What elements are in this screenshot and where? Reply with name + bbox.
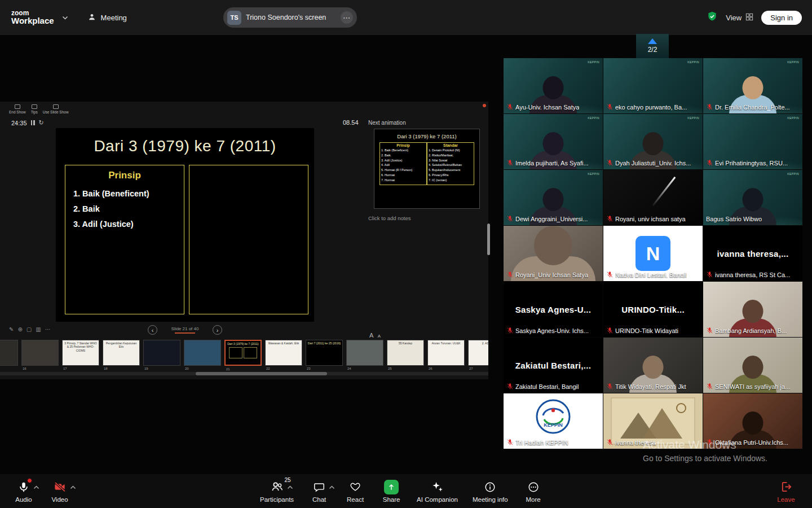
toolbar-video-button[interactable]: Video (42, 476, 78, 506)
toolbar-leave-button[interactable]: Leave (768, 476, 804, 506)
tips-icon (32, 104, 37, 109)
participant-tile[interactable]: KEPPINEvi Prihatiningtyas, RSU... (703, 114, 802, 169)
participant-tile[interactable]: Saskya Agnes-U...Saskya Agnes-Univ. Ichs… (504, 282, 603, 337)
tab-meeting[interactable]: Meeting (87, 12, 127, 23)
share-options-button[interactable]: ⋯ (341, 11, 353, 24)
grid-view-icon[interactable]: ▢ (27, 326, 32, 332)
participant-name: ivanna theresa, RS St Ca... (715, 271, 790, 278)
participant-tile[interactable]: ivanna theresa,...ivanna theresa, RS St … (703, 226, 802, 281)
slide-box-prinsip: Prinsip 1. Baik (Beneficent) 2. Baik 3. … (65, 165, 184, 314)
filmstrip-thumbnail[interactable]: 55 Kandep25 (387, 340, 424, 366)
toolbar-audio-button[interactable]: Audio (6, 476, 42, 506)
next-animation-label: Next animation (368, 120, 406, 126)
filmstrip-thumbnail[interactable]: Dari 7 (2011) ke 25 (2016)23 (306, 340, 343, 366)
toolbar-share-button[interactable]: Share (373, 476, 409, 506)
menu-caret[interactable] (287, 481, 293, 492)
pause-timer-icon[interactable] (31, 120, 35, 125)
black-screen-icon[interactable]: ▥ (36, 326, 41, 332)
toolbar-label: Chat (312, 496, 326, 503)
participant-tile[interactable]: SENIWATI as syafiiyah ja... (703, 338, 802, 393)
view-button[interactable]: View (726, 13, 753, 23)
next-slide-col2-header: Standar (429, 143, 473, 147)
meeting-info-icon (484, 481, 496, 493)
participant-name-badge: Dewi Anggraini_Universi... (506, 215, 588, 222)
ceiling-light (652, 177, 676, 206)
participant-name-badge: Nadya Dini Lestari, Bangil (606, 271, 687, 278)
participant-tile[interactable]: KEPPINDyah Juliastuti_Univ. Ichs... (603, 114, 703, 169)
filmstrip-thumbnail[interactable]: 3 Prinsip, 7 Standar WNO & 25 Pedoman WH… (62, 340, 99, 366)
participant-tile[interactable]: KEPPINDr. Emilia Chandra_Polte... (703, 58, 802, 113)
participant-name-badge: Titik Widayati, Respati Jkt (606, 383, 686, 390)
filmstrip-scrollbar[interactable] (0, 372, 488, 375)
toolbar-ai-button[interactable]: AI Companion (409, 476, 465, 506)
slide-number: 27 (469, 367, 473, 370)
filmstrip-thumbnail[interactable]: Pengambilan Keputusan Etis18 (103, 340, 140, 366)
filmstrip-thumbnail[interactable]: 20 (184, 340, 221, 366)
more-icon (527, 481, 540, 493)
previous-slide-button[interactable]: ‹ (148, 325, 157, 335)
filmstrip-thumbnail[interactable]: Aturan Turunan: UU&K26 (427, 340, 465, 366)
filmstrip-thumbnail[interactable]: Dari 3 (1979) ke 7 (2011)21 (224, 340, 262, 366)
window-scrollbar-thumb[interactable] (487, 224, 490, 255)
participant-tile[interactable]: KEPPINDewi Anggraini_Universi... (504, 170, 603, 225)
toolbar-label: Video (51, 496, 68, 503)
end-show-button[interactable]: End Show (9, 104, 26, 114)
participant-tile[interactable]: KEPPINeko cahyo purwanto, Ba... (603, 58, 703, 113)
participant-name-badge: SENIWATI as syafiiyah ja... (706, 383, 790, 390)
participant-tile[interactable]: NNadya Dini Lestari, Bangil (603, 226, 703, 281)
participant-name: Dyah Juliastuti_Univ. Ichs... (615, 160, 691, 167)
security-shield-icon[interactable] (707, 11, 718, 24)
pen-icon[interactable]: ✎ (9, 326, 14, 332)
more-options-icon[interactable]: ⋯ (45, 326, 51, 332)
filmstrip-thumbnail[interactable]: 15 (0, 340, 18, 366)
participant-tile[interactable]: Oktafiana Putri-Univ.Ichs... (703, 393, 802, 449)
font-smaller-button[interactable]: A (378, 334, 381, 339)
filmstrip-thumbnail[interactable]: 2. ADIL27 (468, 340, 488, 366)
participant-tile[interactable]: KEPPINBagus Satrio Wibwo (703, 170, 802, 225)
slide-filmstrip: 15163 Prinsip, 7 Standar WNO & 25 Pedoma… (0, 340, 488, 374)
participant-tile[interactable]: ivanna theresa (603, 393, 703, 449)
menu-caret[interactable] (329, 481, 335, 492)
notes-placeholder[interactable]: Click to add notes (368, 215, 411, 221)
participant-tile[interactable]: URINDO-Titik...URINDO-Titik Widayati (603, 282, 703, 337)
shared-screen-pill[interactable]: TS Triono Soendoro's screen ⋯ (223, 7, 357, 28)
restart-timer-icon[interactable]: ↻ (39, 119, 44, 126)
use-slide-show-button[interactable]: Use Slide Show (43, 104, 69, 114)
participant-tile[interactable]: Zakiatul Bestari,...Zakiatul Bestari, Ba… (504, 338, 603, 393)
annotation-tools: ✎ ⊕ ▢ ▥ ⋯ (9, 326, 51, 332)
menu-caret[interactable] (33, 481, 39, 492)
filmstrip-thumbnail[interactable]: 24 (346, 340, 383, 366)
next-slide-preview: Dari 3 (1979) ke 7 (2011) Prinsip 1. Bai… (374, 129, 480, 209)
participant-tile[interactable]: Royani, univ ichsan satya (603, 170, 703, 225)
filmstrip-thumbnail[interactable]: Wawasan & Kaidah; Etik22 (265, 340, 302, 366)
participant-tile[interactable]: KEPPINAyu-Univ. Ichsan Satya (504, 58, 603, 113)
thumbnail-title: 55 Kandep (387, 340, 423, 346)
participant-tile[interactable]: Titik Widayati, Respati Jkt (603, 338, 703, 393)
toolbar-chat-button[interactable]: Chat (301, 476, 337, 506)
participant-tile[interactable]: Royani_Univ Ichsan Satya (504, 226, 603, 281)
magnifier-icon[interactable]: ⊕ (17, 326, 22, 332)
participant-name: SENIWATI as syafiiyah ja... (715, 383, 790, 390)
filmstrip-thumbnail[interactable]: 16 (21, 340, 59, 366)
page-up-arrow-icon[interactable] (648, 38, 657, 44)
filmstrip-scrollbar-thumb[interactable] (196, 372, 327, 375)
toolbar-more-button[interactable]: More (515, 476, 551, 506)
background-logo-text: KEPPIN (588, 116, 599, 120)
participant-tile[interactable]: KEPPINImelda pujiharti, As Syafi... (504, 114, 603, 169)
participant-name-badge: Ayu-Univ. Ichsan Satya (506, 103, 579, 111)
participant-tile[interactable]: KEPPINTri Hadiah KEPPIN (504, 393, 603, 449)
sign-in-button[interactable]: Sign in (761, 11, 802, 25)
toolbar-info-button[interactable]: Meeting info (465, 476, 515, 506)
filmstrip-thumbnail[interactable]: 19 (143, 340, 180, 366)
workspace-chevron-down-icon[interactable] (62, 16, 68, 20)
participant-tile[interactable]: Bambang Ardiansyah, B... (703, 282, 802, 337)
participant-name-badge: Imelda pujiharti, As Syafi... (506, 159, 589, 167)
font-larger-button[interactable]: A (369, 332, 373, 339)
menu-caret[interactable] (70, 481, 76, 492)
toolbar-participants-button[interactable]: 25Participants (253, 476, 301, 506)
next-slide-button[interactable]: › (213, 325, 222, 335)
slide-number: 16 (23, 367, 27, 370)
gallery-page-up-control[interactable]: 2/2 (636, 34, 669, 58)
toolbar-react-button[interactable]: React (337, 476, 373, 506)
tips-button[interactable]: Tips (31, 104, 38, 114)
